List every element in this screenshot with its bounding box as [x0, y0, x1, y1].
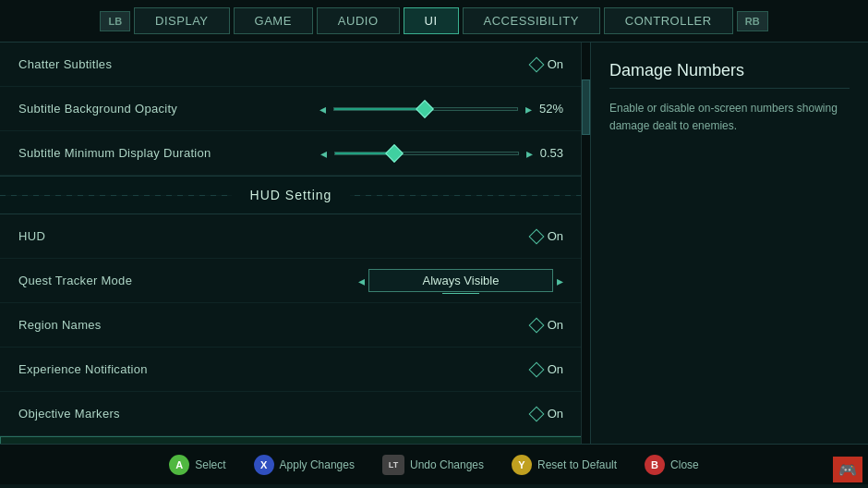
setting-row-damage-numbers[interactable]: Damage Numbers On: [0, 436, 582, 444]
reset-label: Reset to Default: [537, 458, 617, 471]
main-layout: Chatter Subtitles On Subtitle Background…: [0, 43, 868, 444]
chatter-subtitles-label: Chatter Subtitles: [18, 57, 531, 71]
action-reset: Y Reset to Default: [512, 455, 617, 475]
setting-row-subtitle-min-duration[interactable]: Subtitle Minimum Display Duration ◂ ▸ 0.…: [0, 131, 582, 176]
x-button[interactable]: X: [254, 455, 274, 475]
action-undo: LT Undo Changes: [382, 455, 484, 475]
info-panel-title: Damage Numbers: [609, 61, 850, 89]
rb-button[interactable]: RB: [737, 11, 768, 31]
b-button[interactable]: B: [645, 455, 665, 475]
tab-audio[interactable]: Audio: [317, 7, 400, 34]
corner-icon: [833, 457, 862, 482]
apply-label: Apply Changes: [280, 458, 355, 471]
region-names-value: On: [531, 318, 563, 332]
objective-markers-label: Objective Markers: [18, 407, 531, 421]
subtitle-min-duration-label: Subtitle Minimum Display Duration: [18, 146, 320, 160]
diamond-icon-hud: [528, 228, 544, 244]
diamond-icon: [528, 56, 544, 72]
setting-row-experience[interactable]: Experience Notification On: [0, 348, 582, 392]
action-select: A Select: [169, 455, 225, 475]
slider-track: [333, 107, 518, 111]
experience-label: Experience Notification: [18, 362, 531, 376]
setting-row-quest-tracker[interactable]: Quest Tracker Mode ◂ Always Visible ▸: [0, 259, 582, 303]
lt-button[interactable]: LT: [382, 455, 404, 475]
slider-thumb-2: [385, 144, 404, 163]
right-panel: Damage Numbers Enable or disable on-scre…: [591, 43, 868, 444]
setting-row-hud[interactable]: HUD On: [0, 214, 582, 259]
setting-row-region-names[interactable]: Region Names On: [0, 303, 582, 348]
a-button[interactable]: A: [169, 455, 189, 475]
region-names-label: Region Names: [18, 318, 531, 332]
dropdown-right-arrow[interactable]: ▸: [557, 274, 563, 288]
dropdown-left-arrow[interactable]: ◂: [358, 274, 365, 288]
objective-markers-value: On: [531, 407, 563, 421]
y-button[interactable]: Y: [512, 455, 532, 475]
slider-left-arrow[interactable]: ◂: [319, 102, 326, 116]
top-nav: LB Display Game Audio UI Accessibility C…: [0, 0, 868, 43]
tab-ui[interactable]: UI: [404, 7, 459, 34]
diamond-icon-objective: [528, 406, 544, 421]
action-close: B Close: [645, 455, 699, 475]
hud-section-header: HUD Setting: [0, 176, 582, 214]
subtitle-min-duration-value: 0.53: [540, 146, 563, 160]
setting-row-objective-markers[interactable]: Objective Markers On: [0, 392, 582, 436]
subtitle-bg-opacity-slider[interactable]: ◂ ▸ 52%: [319, 102, 563, 116]
chatter-subtitles-value: On: [531, 57, 563, 71]
action-apply: X Apply Changes: [254, 455, 355, 475]
slider-thumb: [416, 100, 434, 118]
scrollbar[interactable]: [581, 43, 590, 444]
slider-right-arrow-2[interactable]: ▸: [526, 146, 533, 161]
experience-value: On: [531, 362, 563, 376]
setting-row-chatter-subtitles[interactable]: Chatter Subtitles On: [0, 43, 582, 87]
lb-button[interactable]: LB: [100, 11, 130, 31]
slider-left-arrow-2[interactable]: ◂: [320, 146, 327, 161]
setting-row-subtitle-bg-opacity[interactable]: Subtitle Background Opacity ◂ ▸ 52%: [0, 87, 582, 131]
tab-game[interactable]: Game: [234, 7, 313, 34]
bottom-bar: A Select X Apply Changes LT Undo Changes…: [0, 444, 868, 484]
select-label: Select: [195, 458, 225, 471]
tab-display[interactable]: Display: [134, 7, 229, 34]
diamond-icon-region: [528, 317, 544, 333]
subtitle-min-duration-slider[interactable]: ◂ ▸ 0.53: [320, 146, 563, 161]
quest-tracker-label: Quest Tracker Mode: [18, 274, 358, 287]
hud-value: On: [531, 229, 563, 243]
left-panel: Chatter Subtitles On Subtitle Background…: [0, 43, 591, 444]
close-label: Close: [670, 458, 699, 471]
settings-list: Chatter Subtitles On Subtitle Background…: [0, 43, 582, 444]
scrollbar-thumb[interactable]: [582, 79, 590, 135]
hud-section-title: HUD Setting: [232, 188, 351, 202]
quest-tracker-dropdown[interactable]: ◂ Always Visible ▸: [358, 269, 563, 292]
diamond-icon-experience: [528, 361, 544, 377]
undo-label: Undo Changes: [410, 458, 484, 471]
subtitle-bg-opacity-value: 52%: [539, 102, 563, 116]
tab-accessibility[interactable]: Accessibility: [463, 7, 600, 34]
quest-tracker-value[interactable]: Always Visible: [368, 269, 553, 292]
tab-controller[interactable]: Controller: [604, 7, 733, 34]
subtitle-bg-opacity-label: Subtitle Background Opacity: [18, 102, 319, 116]
slider-right-arrow[interactable]: ▸: [525, 102, 532, 116]
slider-track-2: [334, 152, 519, 155]
hud-label: HUD: [18, 229, 531, 243]
info-panel-description: Enable or disable on-screen numbers show…: [609, 100, 850, 135]
